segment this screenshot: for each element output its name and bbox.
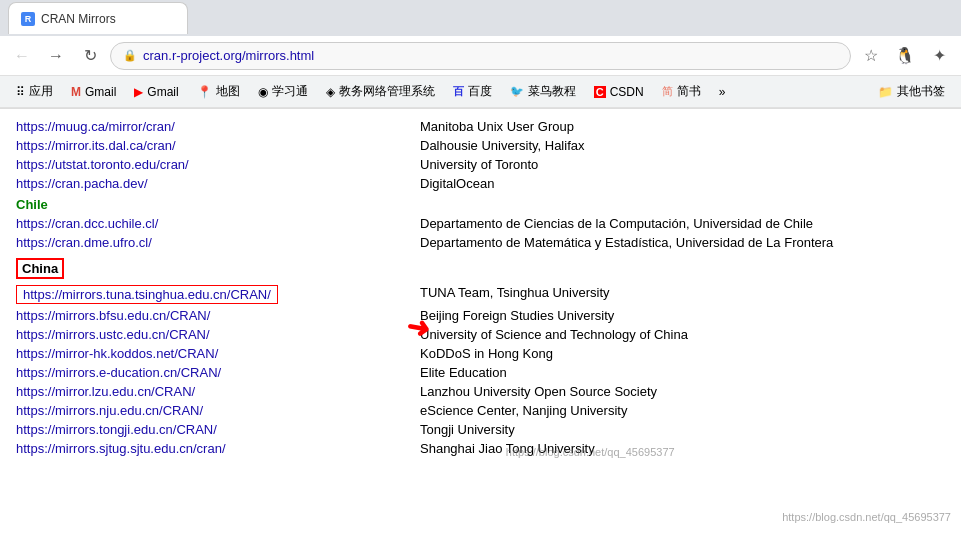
bookmark-apps[interactable]: ⠿ 应用	[8, 81, 61, 102]
table-row: https://cran.dcc.uchile.cl/ Departamento…	[16, 214, 945, 233]
tab-title: CRAN Mirrors	[41, 12, 116, 26]
back-button[interactable]: ←	[8, 42, 36, 70]
bookmark-star-button[interactable]: ☆	[857, 42, 885, 70]
table-row: https://mirrors.ustc.edu.cn/CRAN/ Univer…	[16, 325, 945, 344]
tab-favicon: R	[21, 12, 35, 26]
youtube-icon: ▶	[134, 85, 143, 99]
table-row: https://mirrors.sjtug.sjtu.edu.cn/cran/ …	[16, 439, 945, 458]
mirror-desc: KoDDoS in Hong Kong	[420, 346, 553, 361]
address-bar[interactable]: 🔒 cran.r-project.org/mirrors.html	[110, 42, 851, 70]
desc-cell: Elite Education	[396, 363, 945, 382]
desc-cell: Beijing Foreign Studies University	[396, 306, 945, 325]
bookmark-gmail[interactable]: M Gmail	[63, 83, 124, 101]
link-cell: https://mirrors.e-ducation.cn/CRAN/	[16, 363, 396, 382]
bookmark-gmail-label: Gmail	[85, 85, 116, 99]
bookmark-csdn-label: CSDN	[610, 85, 644, 99]
bookmark-xuexitong-label: 学习通	[272, 83, 308, 100]
bookmark-more[interactable]: »	[711, 83, 734, 101]
gmail-icon: M	[71, 85, 81, 99]
mirror-link-dal[interactable]: https://mirror.its.dal.ca/cran/	[16, 138, 176, 153]
bookmark-jianshu[interactable]: 简 简书	[654, 81, 709, 102]
bookmark-maps[interactable]: 📍 地图	[189, 81, 248, 102]
mirror-link-nju[interactable]: https://mirrors.nju.edu.cn/CRAN/	[16, 403, 203, 418]
chile-table: https://cran.dcc.uchile.cl/ Departamento…	[16, 214, 945, 252]
bookmark-runoob-label: 菜鸟教程	[528, 83, 576, 100]
mirror-link-uchile[interactable]: https://cran.dcc.uchile.cl/	[16, 216, 158, 231]
desc-cell: Dalhousie University, Halifax	[396, 136, 945, 155]
bookmarks-bar: ⠿ 应用 M Gmail ▶ Gmail 📍 地图 ◉ 学习通 ◈ 教务网络管理…	[0, 76, 961, 108]
mirror-list: https://muug.ca/mirror/cran/ Manitoba Un…	[16, 117, 945, 458]
china-table: https://mirrors.tuna.tsinghua.edu.cn/CRA…	[16, 283, 945, 458]
chile-country-label: Chile	[16, 193, 48, 216]
mirror-link-pacha[interactable]: https://cran.pacha.dev/	[16, 176, 148, 191]
bookmark-xuexitong[interactable]: ◉ 学习通	[250, 81, 316, 102]
nav-bar: ← → ↻ 🔒 cran.r-project.org/mirrors.html …	[0, 36, 961, 76]
desc-cell: Departamento de Matemática y Estadística…	[396, 233, 945, 252]
mirror-desc: Beijing Foreign Studies University	[420, 308, 614, 323]
mirror-desc: University of Toronto	[420, 157, 538, 172]
desc-cell: Tongji University	[396, 420, 945, 439]
nav-right-icons: ☆ 🐧 ✦	[857, 42, 953, 70]
refresh-button[interactable]: ↻	[76, 42, 104, 70]
bookmark-other[interactable]: 📁 其他书签	[870, 81, 953, 102]
mirror-desc: TUNA Team, Tsinghua University	[420, 285, 610, 300]
mirror-desc: Lanzhou University Open Source Society	[420, 384, 657, 399]
mirror-link-ustc[interactable]: https://mirrors.ustc.edu.cn/CRAN/	[16, 327, 210, 342]
desc-cell: Manitoba Unix User Group	[396, 117, 945, 136]
runoob-icon: 🐦	[510, 85, 524, 98]
active-tab[interactable]: R CRAN Mirrors	[8, 2, 188, 34]
jianshu-icon: 简	[662, 84, 673, 99]
mirror-link-koddos[interactable]: https://mirror-hk.koddos.net/CRAN/	[16, 346, 218, 361]
mirror-link-sjtu[interactable]: https://mirrors.sjtug.sjtu.edu.cn/cran/	[16, 441, 226, 456]
bookmark-jwgl[interactable]: ◈ 教务网络管理系统	[318, 81, 443, 102]
table-row: https://mirrors.bfsu.edu.cn/CRAN/ Beijin…	[16, 306, 945, 325]
desc-cell: KoDDoS in Hong Kong	[396, 344, 945, 363]
mirror-desc: Tongji University	[420, 422, 515, 437]
jwgl-icon: ◈	[326, 85, 335, 99]
bookmark-baidu[interactable]: 百 百度	[445, 81, 500, 102]
mirror-link-education[interactable]: https://mirrors.e-ducation.cn/CRAN/	[16, 365, 221, 380]
mirror-desc: Elite Education	[420, 365, 507, 380]
mirror-link-ufro[interactable]: https://cran.dme.ufro.cl/	[16, 235, 152, 250]
mirror-desc: Manitoba Unix User Group	[420, 119, 574, 134]
mirror-link-tongji[interactable]: https://mirrors.tongji.edu.cn/CRAN/	[16, 422, 217, 437]
mirror-desc: University of Science and Technology of …	[420, 327, 688, 342]
xuexitong-icon: ◉	[258, 85, 268, 99]
mirror-link-toronto[interactable]: https://utstat.toronto.edu/cran/	[16, 157, 189, 172]
more-bookmarks-icon: »	[719, 85, 726, 99]
baidu-icon: 百	[453, 84, 464, 99]
forward-button[interactable]: →	[42, 42, 70, 70]
desc-cell: Shanghai Jiao Tong University https://bl…	[396, 439, 945, 458]
desc-cell: TUNA Team, Tsinghua University	[396, 283, 945, 306]
bookmark-other-label: 其他书签	[897, 83, 945, 100]
table-row: https://cran.pacha.dev/ DigitalOcean	[16, 174, 945, 193]
content-area: https://muug.ca/mirror/cran/ Manitoba Un…	[0, 109, 961, 533]
link-cell: https://mirrors.sjtug.sjtu.edu.cn/cran/	[16, 439, 396, 458]
csdn-icon: C	[594, 86, 606, 98]
link-cell: https://mirrors.tongji.edu.cn/CRAN/	[16, 420, 396, 439]
extension-button[interactable]: 🐧	[891, 42, 919, 70]
bookmark-runoob[interactable]: 🐦 菜鸟教程	[502, 81, 584, 102]
table-row: https://mirrors.tongji.edu.cn/CRAN/ Tong…	[16, 420, 945, 439]
desc-cell: University of Science and Technology of …	[396, 325, 945, 344]
desc-cell: University of Toronto	[396, 155, 945, 174]
link-cell: https://mirror-hk.koddos.net/CRAN/	[16, 344, 396, 363]
bookmark-jwgl-label: 教务网络管理系统	[339, 83, 435, 100]
table-row: https://mirror-hk.koddos.net/CRAN/ KoDDo…	[16, 344, 945, 363]
bookmark-csdn[interactable]: C CSDN	[586, 83, 652, 101]
extension-button-2[interactable]: ✦	[925, 42, 953, 70]
mirror-link-tuna[interactable]: https://mirrors.tuna.tsinghua.edu.cn/CRA…	[16, 285, 278, 304]
bookmark-apps-label: 应用	[29, 83, 53, 100]
mirror-desc: DigitalOcean	[420, 176, 494, 191]
mirror-link-lzu[interactable]: https://mirror.lzu.edu.cn/CRAN/	[16, 384, 195, 399]
link-cell: https://mirrors.ustc.edu.cn/CRAN/	[16, 325, 396, 344]
mirror-link-bfsu[interactable]: https://mirrors.bfsu.edu.cn/CRAN/	[16, 308, 210, 323]
bookmark-baidu-label: 百度	[468, 83, 492, 100]
bookmark-youtube[interactable]: ▶ Gmail	[126, 83, 186, 101]
desc-cell: DigitalOcean	[396, 174, 945, 193]
page-watermark: https://blog.csdn.net/qq_45695377	[782, 511, 951, 523]
mirror-link-muug[interactable]: https://muug.ca/mirror/cran/	[16, 119, 175, 134]
link-cell: https://muug.ca/mirror/cran/	[16, 117, 396, 136]
table-row: https://mirrors.tuna.tsinghua.edu.cn/CRA…	[16, 283, 945, 306]
folder-icon: 📁	[878, 85, 893, 99]
